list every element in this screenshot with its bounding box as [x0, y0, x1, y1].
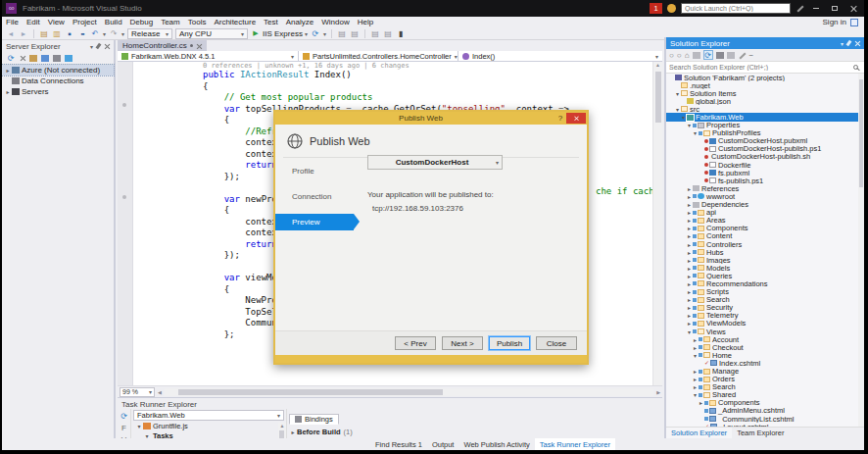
tree-item-content[interactable]: ▸Content [666, 232, 858, 240]
tree-item-checkout[interactable]: ▸Checkout [666, 343, 858, 351]
expander-icon[interactable]: ▸ [686, 296, 693, 303]
menu-tools[interactable]: Tools [184, 17, 211, 27]
tree-item-fabrikam-web[interactable]: ▾Fabrikam.Web [666, 113, 858, 121]
collapse-all-icon[interactable]: − [749, 51, 754, 60]
expander-icon[interactable]: ▸ [686, 185, 693, 192]
toolbar-icon[interactable] [370, 28, 380, 38]
type-dropdown[interactable]: PartsUnlimited.Controllers.HomeControlle… [299, 51, 458, 61]
scrollbar-thumb[interactable] [859, 79, 863, 187]
tree-item-components[interactable]: ▸Components [666, 225, 858, 232]
solution-tree-scrollbar[interactable] [858, 74, 864, 427]
tree-item-search[interactable]: ▸Search [666, 296, 858, 304]
expander-icon[interactable]: ▸ [686, 241, 693, 248]
warning-icon[interactable] [667, 4, 676, 13]
pin-icon[interactable] [846, 40, 852, 47]
connect-azure-icon[interactable] [53, 55, 61, 62]
editor-gutter[interactable] [118, 62, 133, 385]
menu-team[interactable]: Team [157, 17, 184, 27]
platform-dropdown[interactable]: Any CPU▾ [175, 28, 248, 39]
expander-icon[interactable]: ▸ [692, 383, 699, 390]
redo-icon[interactable] [109, 28, 119, 38]
dialog-close-button[interactable] [566, 113, 586, 124]
menu-file[interactable]: File [2, 17, 23, 27]
tree-item-viewmodels[interactable]: ▸ViewModels [666, 320, 858, 328]
expander-icon[interactable]: ▸ [686, 217, 693, 224]
tree-item-shared[interactable]: ▾Shared [666, 391, 858, 399]
close-tab-icon[interactable] [196, 43, 202, 49]
scroll-right-icon[interactable]: ▶ [656, 389, 660, 395]
home-icon[interactable]: ⌂ [685, 51, 690, 60]
sign-in-link[interactable]: Sign in [823, 18, 846, 26]
close-panel-icon[interactable] [854, 40, 860, 46]
properties-icon[interactable] [738, 51, 747, 60]
pin-icon[interactable] [96, 43, 102, 50]
tree-item-controllers[interactable]: ▸Controllers [666, 240, 858, 248]
tree-item-nuget[interactable]: .nuget [666, 81, 858, 89]
wrench-icon[interactable] [796, 4, 804, 13]
menu-edit[interactable]: Edit [23, 17, 44, 27]
expander-icon[interactable]: ▸ [686, 265, 693, 272]
save-all-icon[interactable] [77, 28, 87, 38]
menu-debug[interactable]: Debug [126, 17, 158, 27]
expander-icon[interactable]: ▾ [674, 90, 681, 97]
expander-icon[interactable]: ▸ [686, 232, 693, 239]
configuration-dropdown[interactable]: Release▾ [127, 28, 172, 39]
expander-icon[interactable]: ▸ [686, 288, 693, 295]
forward-icon[interactable]: ○ [677, 51, 682, 60]
dialog-title-bar[interactable]: Publish Web ? [275, 112, 587, 125]
expander-icon[interactable]: ▾ [686, 328, 693, 335]
solution-explorer-header[interactable]: Solution Explorer ▾ [666, 37, 864, 49]
tab-solution-explorer[interactable]: Solution Explorer [666, 428, 732, 438]
close-panel-icon[interactable] [104, 43, 110, 49]
tree-item-hubs[interactable]: ▸Hubs [666, 248, 858, 256]
tab-output[interactable]: Output [427, 438, 459, 450]
tree-item-dockerfile[interactable]: Dockerfile [666, 161, 858, 169]
next-button[interactable]: Next > [442, 336, 483, 350]
tree-item-azure-not-connected[interactable]: ▸Azure (Not connected) [2, 65, 114, 76]
filter-icon[interactable] [65, 55, 72, 62]
menu-architecture[interactable]: Architecture [210, 17, 260, 27]
editor-vertical-scrollbar[interactable]: ▲ [652, 62, 662, 385]
scroll-up-icon[interactable]: ▲ [278, 423, 286, 429]
tree-item-telemetry[interactable]: ▸Telemetry [666, 312, 858, 320]
menu-project[interactable]: Project [69, 17, 101, 27]
tree-item-views[interactable]: ▾Views [666, 328, 858, 335]
scrollbar-thumb[interactable] [655, 72, 661, 123]
expander-icon[interactable]: ▸ [289, 429, 297, 435]
menu-view[interactable]: View [44, 17, 69, 27]
expander-icon[interactable]: ▸ [4, 88, 12, 95]
quick-launch-input[interactable] [681, 3, 791, 14]
refresh-icon[interactable] [311, 28, 320, 38]
navigate-forward-icon[interactable] [19, 28, 28, 38]
tree-item-manage[interactable]: ▸Manage [666, 367, 858, 375]
tree-item-recommendations[interactable]: ▸Recommendations [666, 279, 858, 287]
dialog-nav-connection[interactable]: Connection [275, 188, 365, 205]
scrollbar-thumb[interactable] [178, 389, 443, 395]
tree-item-account[interactable]: ▸Account [666, 335, 858, 343]
expander-icon[interactable]: ▸ [686, 304, 693, 311]
tree-item-areas[interactable]: ▸Areas [666, 217, 858, 225]
tree-item-search[interactable]: ▸Search [666, 383, 858, 391]
bindings-tab[interactable]: Bindings [289, 414, 339, 425]
scroll-left-icon[interactable]: ◀ [158, 389, 162, 395]
expander-icon[interactable]: ▾ [692, 129, 699, 136]
navigate-back-icon[interactable] [6, 28, 16, 38]
close-button[interactable]: Close [536, 336, 577, 350]
tree-item-customdockerhost-publish-sh[interactable]: CustomDockerHost-publish.sh [666, 153, 858, 161]
expander-icon[interactable]: ▾ [692, 391, 699, 398]
tree-item-wwwroot[interactable]: ▸wwwroot [666, 192, 858, 200]
tree-item-fs-pubxml[interactable]: fs.pubxml [666, 169, 858, 177]
tab-web-publish-activity[interactable]: Web Publish Activity [458, 438, 534, 450]
tree-item-properties[interactable]: ▾Properties [666, 122, 858, 129]
tree-item-publishprofiles[interactable]: ▾PublishProfiles [666, 129, 858, 137]
expander-icon[interactable]: ▸ [692, 376, 699, 382]
binding-before-build[interactable]: ▸Before Build(1) [289, 427, 660, 436]
tree-item-gruntfile-js[interactable]: ▾Gruntfile.js [133, 422, 284, 431]
connect-server-icon[interactable] [41, 55, 49, 62]
run-button[interactable]: IIS Express ▾ [251, 28, 308, 38]
notification-badge[interactable]: 1 [650, 3, 662, 14]
redo-dropdown-icon[interactable]: ▾ [121, 30, 124, 37]
new-project-icon[interactable] [39, 28, 49, 38]
undo-icon[interactable] [90, 28, 100, 38]
menu-analyze[interactable]: Analyze [282, 17, 317, 27]
